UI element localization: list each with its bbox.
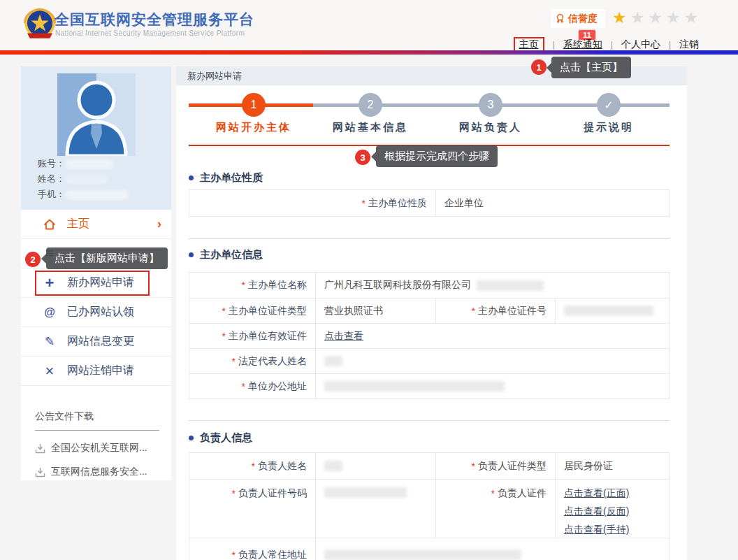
nav-separator: | xyxy=(553,40,555,50)
field-label: 负责人证件 xyxy=(435,480,555,538)
annotation-1-badge: 1 xyxy=(531,59,547,75)
sidebar-item-label: 已办网站认领 xyxy=(67,305,134,320)
star-icon xyxy=(684,8,699,27)
sidebar-menu: 主页 新办网站申请 已办网站认领 网站信息变更 网站注销申请 xyxy=(21,210,171,386)
table-row: 主办单位名称 广州凡科互联网科技股份有限公司 xyxy=(189,273,669,298)
field-label: 单位办公地址 xyxy=(189,374,315,399)
step-4-circle: ✓ xyxy=(597,93,621,117)
reputation-widget: 信誉度 xyxy=(551,9,605,28)
table-row: 主办单位证件类型 营业执照证书 主办单位证件号 xyxy=(189,298,669,323)
reputation-stars xyxy=(612,8,698,27)
app-header: 全国互联网安全管理服务平台 National Internet Security… xyxy=(0,0,738,50)
redacted-value xyxy=(477,280,544,291)
step-1-circle: 1 xyxy=(242,93,266,117)
sidebar-item-label: 网站信息变更 xyxy=(67,334,134,349)
sidebar-item-claim-site[interactable]: 已办网站认领 xyxy=(21,298,171,327)
phone-line: 手机： xyxy=(38,188,128,201)
field-label: 法定代表人姓名 xyxy=(189,349,315,373)
step-3-label: 网站负责人 xyxy=(435,121,547,134)
step-3-circle: 3 xyxy=(479,93,502,117)
nav-notices-link[interactable]: 系统通知 xyxy=(563,38,602,51)
chevron-right-icon xyxy=(157,217,161,231)
field-label: 主办单位名称 xyxy=(189,273,315,298)
name-line: 姓名： xyxy=(38,173,107,185)
annotation-2-badge: 2 xyxy=(25,252,41,267)
star-icon xyxy=(630,8,645,27)
table-row: 主办单位有效证件 点击查看 xyxy=(189,323,669,348)
redacted-value xyxy=(564,306,653,316)
field-label: 主办单位证件号 xyxy=(435,299,555,323)
avatar xyxy=(57,73,136,156)
medal-icon xyxy=(555,13,565,24)
police-badge-logo xyxy=(21,6,59,43)
nav-profile-link[interactable]: 个人中心 xyxy=(621,38,660,51)
table-row: 负责人常住地址 xyxy=(189,538,669,560)
redacted-value xyxy=(324,356,342,366)
download-icon xyxy=(35,467,45,478)
field-value xyxy=(555,299,669,323)
download-link-2[interactable]: 互联网信息服务安全... xyxy=(35,466,159,478)
field-label: 负责人证件号码 xyxy=(189,480,315,538)
field-label: 主办单位有效证件 xyxy=(189,324,315,348)
view-id-hold-link[interactable]: 点击查看(手持) xyxy=(564,524,629,536)
redacted-value xyxy=(66,175,107,184)
star-icon xyxy=(612,8,627,27)
at-icon xyxy=(42,306,57,319)
annotation-2-tooltip: 点击【新版网站申请】 xyxy=(46,247,168,269)
redacted-value xyxy=(324,487,407,498)
sidebar: 账号： 姓名： 手机： 主页 xyxy=(21,66,171,480)
field-value: 点击查看(正面) 点击查看(反面) 点击查看(手持) xyxy=(555,480,669,538)
table-row: 负责人证件号码 负责人证件 点击查看(正面) 点击查看(反面) 点击查看(手持) xyxy=(189,479,669,538)
site-title: 全国互联网安全管理服务平台 xyxy=(55,10,254,29)
star-icon xyxy=(648,8,663,27)
downloads-section: 公告文件下载 全国公安机关互联网... 互联网信息服务安全... xyxy=(35,410,159,478)
redacted-value xyxy=(66,159,113,168)
nav-separator: | xyxy=(611,40,613,50)
table-row: 法定代表人姓名 xyxy=(189,348,669,373)
field-value xyxy=(315,538,669,560)
redacted-value xyxy=(324,381,505,392)
site-subtitle: National Internet Security Management Se… xyxy=(55,29,245,37)
field-label: 负责人姓名 xyxy=(189,453,315,479)
step-4-label: 提示说明 xyxy=(553,121,665,134)
field-value xyxy=(315,480,435,538)
downloads-title: 公告文件下载 xyxy=(35,410,159,431)
redacted-value xyxy=(66,190,128,199)
sidebar-item-change-info[interactable]: 网站信息变更 xyxy=(21,327,171,357)
star-icon xyxy=(666,8,681,27)
field-value: 企业单位 xyxy=(435,190,669,216)
field-value: 营业执照证书 xyxy=(315,299,435,323)
unit-info-table: 主办单位名称 广州凡科互联网科技股份有限公司 主办单位证件类型 营业执照证书 主… xyxy=(189,272,670,399)
field-value xyxy=(315,374,669,399)
download-icon xyxy=(35,443,45,454)
field-value xyxy=(315,453,435,479)
edit-icon xyxy=(42,334,57,349)
field-label: 负责人证件类型 xyxy=(435,453,555,479)
download-link-1[interactable]: 全国公安机关互联网... xyxy=(35,442,159,454)
nav-separator: | xyxy=(669,40,671,50)
sidebar-item-label: 网站注销申请 xyxy=(67,364,134,378)
nav-logout-link[interactable]: 注销 xyxy=(679,38,699,51)
main-panel: 新办网站申请 1 2 3 ✓ 网站开办主体 网站基本信息 网站负责人 提示说明 … xyxy=(176,66,687,560)
field-label: 主办单位性质 xyxy=(189,190,435,216)
section-title-principal: 负责人信息 xyxy=(189,431,252,445)
account-line: 账号： xyxy=(38,157,113,170)
screen: 全国互联网安全管理服务平台 National Internet Security… xyxy=(0,0,738,560)
view-id-front-link[interactable]: 点击查看(正面) xyxy=(564,487,629,500)
divider xyxy=(189,420,670,421)
step-1-label: 网站开办主体 xyxy=(198,121,310,134)
table-row: 负责人姓名 负责人证件类型 居民身份证 xyxy=(189,453,669,479)
unit-nature-table: 主办单位性质 企业单位 xyxy=(189,189,670,217)
field-label: 负责人常住地址 xyxy=(189,538,315,560)
step-2-circle: 2 xyxy=(359,93,382,117)
view-cert-link[interactable]: 点击查看 xyxy=(324,330,363,343)
sidebar-item-cancel-site[interactable]: 网站注销申请 xyxy=(21,357,171,386)
sidebar-item-home[interactable]: 主页 xyxy=(21,210,171,239)
view-id-back-link[interactable]: 点击查看(反面) xyxy=(564,505,629,518)
field-label: 主办单位证件类型 xyxy=(189,299,315,323)
annotation-3-badge: 3 xyxy=(355,150,370,165)
annotation-1-tooltip: 点击【主页】 xyxy=(551,57,631,78)
step-2-label: 网站基本信息 xyxy=(314,121,426,134)
field-value: 居民身份证 xyxy=(555,453,669,479)
sidebar-item-new-site[interactable]: 新办网站申请 xyxy=(21,268,171,298)
